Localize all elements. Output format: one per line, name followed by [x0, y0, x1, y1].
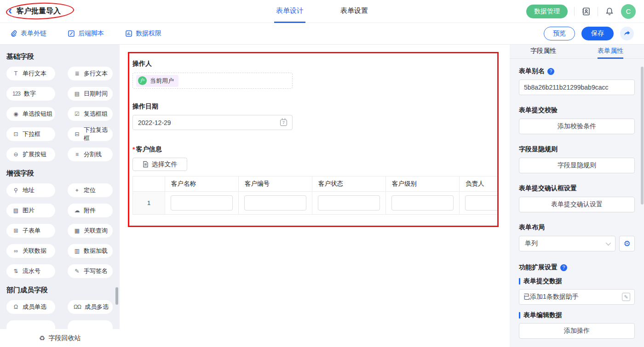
- app-header: ‹ 客户批量导入 表单设计 表单设置 数据管理 C: [0, 0, 644, 23]
- customer-status-input[interactable]: [318, 195, 380, 210]
- file-icon: [143, 161, 149, 168]
- tab-form-properties[interactable]: 表单属性: [577, 45, 644, 58]
- subform-icon: ⊞: [12, 228, 19, 233]
- back-icon[interactable]: ‹: [8, 5, 12, 16]
- field-item-data-load[interactable]: ▥数据加载: [68, 244, 113, 258]
- data-permission-link[interactable]: 数据权限: [125, 29, 161, 38]
- field-item-multi-line-text[interactable]: ≣多行文本: [68, 67, 113, 80]
- field-item-datetime[interactable]: ▤日期时间: [68, 87, 113, 101]
- field-item-member-multi[interactable]: ΩΩ成员多选: [68, 300, 113, 314]
- field-item-label: 下拉框: [23, 130, 40, 138]
- customer-name-input[interactable]: [171, 195, 233, 210]
- toolbar-right: 预览 保存: [544, 27, 634, 40]
- row-number-header: [133, 176, 165, 192]
- sidebar-scrollbar-thumb[interactable]: [115, 287, 118, 305]
- field-item-number[interactable]: 123数字: [6, 87, 55, 101]
- field-item-dropdown[interactable]: ⊡下拉框: [6, 127, 55, 141]
- field-item-subform[interactable]: ⊞子表单: [6, 224, 55, 238]
- field-visibility-label: 字段显隐规则: [519, 145, 635, 154]
- field-item-image[interactable]: ▧图片: [6, 204, 55, 217]
- panel-tabs: 字段属性 表单属性: [510, 45, 644, 59]
- field-item-radio-group[interactable]: ◉单选按钮组: [6, 107, 55, 121]
- section-title-member-fields: 部门成员字段: [0, 278, 120, 295]
- edit-pencil-icon[interactable]: ✎: [622, 293, 630, 301]
- data-permission-icon: [125, 30, 132, 37]
- cell-customer-status: [312, 192, 386, 215]
- field-item-label: 数字: [24, 90, 36, 98]
- cell-customer-level: [386, 192, 460, 215]
- preview-button[interactable]: 预览: [544, 27, 575, 40]
- divider-line-icon: ≡: [74, 152, 80, 157]
- field-item-linked-data[interactable]: ∞关联数据: [6, 244, 55, 258]
- field-item-label: 下拉复选框: [84, 126, 113, 142]
- subtable-row: 1: [133, 192, 499, 215]
- field-item-location[interactable]: ⌖定位: [68, 183, 113, 197]
- date-field-input[interactable]: 2022-12-29 7: [132, 115, 293, 130]
- layout-select[interactable]: 单列: [519, 236, 615, 251]
- field-item-address[interactable]: ⚲地址: [6, 183, 55, 197]
- current-user-tag: 户 当前用户: [136, 75, 178, 87]
- field-item-label: 关联数据: [23, 247, 46, 255]
- layout-settings-button[interactable]: ⚙: [619, 236, 635, 251]
- add-validation-button[interactable]: 添加校验条件: [519, 119, 635, 134]
- tab-form-settings[interactable]: 表单设置: [339, 0, 370, 23]
- form-alias-input[interactable]: 5b8a26b211b21299bab9cacc: [519, 80, 635, 95]
- chevron-down-icon: [606, 240, 611, 245]
- field-item-attachment[interactable]: ☁附件: [68, 204, 113, 217]
- gear-icon: ⚙: [623, 239, 630, 249]
- field-item-label: 手写签名: [84, 267, 108, 275]
- signature-pen-icon: ✎: [74, 268, 80, 274]
- field-item-single-line-text[interactable]: T单行文本: [6, 67, 55, 80]
- field-item-member-single[interactable]: Ω成员单选: [6, 300, 55, 314]
- submit-data-box[interactable]: 已添加1条数据助手 ✎: [519, 289, 635, 305]
- field-item-checkbox-group[interactable]: ☑复选框组: [68, 107, 113, 121]
- section-title-enhanced-fields: 增强字段: [0, 161, 120, 178]
- customer-code-input[interactable]: [244, 195, 306, 210]
- submit-confirm-button[interactable]: 表单提交确认设置: [519, 197, 635, 212]
- form-canvas[interactable]: 操作人 户 当前用户 操作日期 2022-12-29 7 * 客户信息 选择文件: [120, 45, 510, 347]
- linked-query-icon: ▦: [74, 228, 80, 233]
- save-button[interactable]: 保存: [581, 27, 614, 40]
- field-item-linked-query[interactable]: ▦关联查询: [68, 224, 113, 238]
- enhanced-fields-grid: ⚲地址 ⌖定位 ▧图片 ☁附件 ⊞子表单 ▦关联查询 ∞关联数据 ▥数据加载 ⇅…: [0, 178, 120, 278]
- field-item-dropdown-multi[interactable]: ⊟下拉复选框: [68, 127, 113, 141]
- field-item-serial-number[interactable]: ⇅流水号: [6, 264, 55, 278]
- customer-level-input[interactable]: [391, 195, 454, 210]
- member-fields-grid: Ω成员单选 ΩΩ成员多选: [0, 295, 120, 334]
- extension-settings-label-text: 功能扩展设置: [519, 263, 558, 272]
- field-item-label: 复选框组: [84, 110, 108, 118]
- attachment-cloud-icon: ☁: [74, 208, 80, 213]
- column-header-customer-code: 客户编号: [239, 176, 312, 192]
- operator-field[interactable]: 户 当前用户: [132, 73, 293, 89]
- form-external-link[interactable]: 表单外链: [10, 29, 46, 38]
- tab-field-properties[interactable]: 字段属性: [510, 45, 577, 58]
- field-recycle-bin[interactable]: ♻ 字段回收站: [0, 329, 120, 347]
- field-item-label: 数据加载: [84, 247, 108, 255]
- field-item-label: 成员单选: [23, 303, 46, 311]
- choose-file-button[interactable]: 选择文件: [132, 158, 187, 171]
- field-item-divider-line[interactable]: ≡分割线: [68, 148, 113, 161]
- date-value: 2022-12-29: [138, 119, 171, 126]
- notification-bell-icon[interactable]: [604, 6, 615, 17]
- owner-input[interactable]: [465, 195, 499, 210]
- subtable-header-row: 客户名称 客户编号 客户状态 客户级别 负责人: [133, 176, 499, 192]
- help-icon[interactable]: ?: [560, 264, 567, 271]
- tab-form-design[interactable]: 表单设计: [274, 0, 305, 23]
- contact-book-icon[interactable]: [581, 6, 591, 17]
- add-operation-button[interactable]: 添加操作: [519, 323, 635, 339]
- field-item-signature[interactable]: ✎手写签名: [68, 264, 113, 278]
- field-item-label: 流水号: [23, 267, 40, 275]
- column-header-customer-level: 客户级别: [386, 176, 460, 192]
- data-manage-button[interactable]: 数据管理: [526, 5, 568, 18]
- field-visibility-button[interactable]: 字段显隐规则: [519, 158, 635, 173]
- help-icon[interactable]: ?: [547, 68, 554, 75]
- share-button[interactable]: [620, 27, 634, 40]
- location-target-icon: ⌖: [74, 188, 80, 193]
- checkbox-group-icon: ☑: [74, 111, 80, 117]
- avatar[interactable]: C: [621, 4, 636, 19]
- field-item-label: 多行文本: [84, 69, 108, 78]
- field-item-extend-button[interactable]: ⊖扩展按钮: [6, 148, 55, 161]
- main-scrollbar-thumb[interactable]: [641, 67, 644, 205]
- script-icon: [68, 30, 75, 37]
- backend-script-link[interactable]: 后端脚本: [68, 29, 104, 38]
